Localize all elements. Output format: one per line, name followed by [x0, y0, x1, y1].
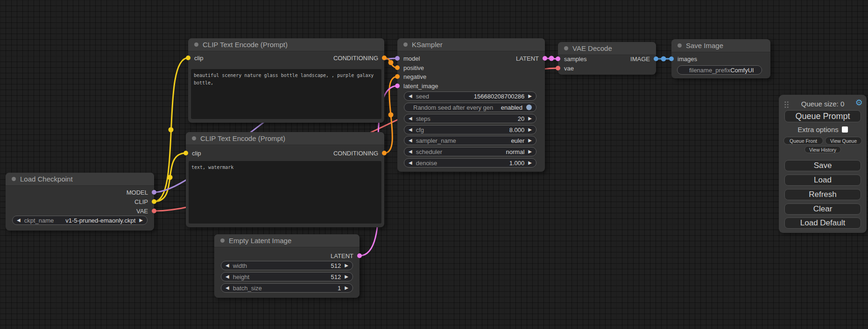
- node-title: VAE Decode: [572, 44, 612, 52]
- widget-filename-prefix[interactable]: filename_prefix ComfyUI: [677, 65, 762, 75]
- port-row: clip CONDITIONING: [188, 53, 384, 63]
- widget-value: 20: [518, 115, 524, 122]
- output-port-conditioning[interactable]: [382, 151, 387, 155]
- queue-prompt-button[interactable]: Queue Prompt: [784, 110, 861, 122]
- input-port-clip[interactable]: [183, 151, 188, 155]
- node-clip-negative-titlebar[interactable]: CLIP Text Encode (Prompt): [186, 132, 384, 145]
- node-collapse-dot[interactable]: [403, 42, 408, 47]
- widget-height[interactable]: ◀ height 512 ▶: [221, 272, 353, 281]
- input-port-clip[interactable]: [186, 56, 191, 60]
- increment-arrow-icon[interactable]: ▶: [528, 161, 532, 165]
- input-port-positive[interactable]: [395, 65, 400, 70]
- widget-steps[interactable]: ◀ steps 20 ▶: [404, 114, 536, 123]
- input-label-latent-image: latent_image: [403, 83, 438, 90]
- node-collapse-dot[interactable]: [192, 136, 196, 140]
- node-collapse-dot[interactable]: [194, 42, 198, 47]
- increment-arrow-icon[interactable]: ▶: [528, 149, 532, 154]
- decrement-arrow-icon[interactable]: ◀: [409, 94, 412, 98]
- node-save-image-titlebar[interactable]: Save Image: [671, 39, 770, 52]
- clear-button[interactable]: Clear: [784, 203, 861, 215]
- input-port-latent-image[interactable]: [395, 84, 400, 88]
- widget-value: 156680208700286: [474, 93, 524, 100]
- increment-arrow-icon[interactable]: ▶: [528, 127, 532, 132]
- node-clip-text-encode-negative: CLIP Text Encode (Prompt) clip CONDITION…: [186, 132, 384, 227]
- view-queue-button[interactable]: View Queue: [825, 137, 862, 145]
- decrement-arrow-icon[interactable]: ◀: [409, 161, 412, 165]
- input-port-images[interactable]: [669, 56, 674, 61]
- output-label-model: MODEL: [127, 189, 148, 196]
- node-ksampler-titlebar[interactable]: KSampler: [397, 38, 545, 51]
- widget-sampler-name[interactable]: ◀ sampler_name euler ▶: [404, 136, 536, 145]
- increment-arrow-icon[interactable]: ▶: [345, 263, 348, 268]
- input-port-model[interactable]: [395, 56, 400, 61]
- node-title: Empty Latent Image: [229, 237, 291, 245]
- widget-label: cfg: [416, 126, 424, 133]
- output-port-image[interactable]: [654, 56, 658, 61]
- increment-arrow-icon[interactable]: ▶: [345, 274, 348, 279]
- decrement-arrow-icon[interactable]: ◀: [17, 218, 21, 223]
- widget-width[interactable]: ◀ width 512 ▶: [221, 261, 353, 270]
- decrement-arrow-icon[interactable]: ◀: [409, 149, 412, 154]
- output-row-latent: LATENT: [214, 251, 360, 260]
- node-load-checkpoint-titlebar[interactable]: Load Checkpoint: [6, 173, 154, 186]
- decrement-arrow-icon[interactable]: ◀: [409, 138, 412, 143]
- view-history-button[interactable]: View History: [804, 146, 841, 153]
- prompt-textarea[interactable]: beautiful scenery nature glass bottle la…: [191, 69, 381, 119]
- widget-scheduler[interactable]: ◀ scheduler normal ▶: [404, 147, 536, 156]
- decrement-arrow-icon[interactable]: ◀: [409, 127, 412, 132]
- input-label-images: images: [677, 56, 697, 63]
- increment-arrow-icon[interactable]: ▶: [528, 116, 532, 121]
- widget-random-seed-toggle[interactable]: Random seed after every gen enabled: [404, 103, 536, 112]
- input-port-vae[interactable]: [556, 66, 560, 70]
- node-collapse-dot[interactable]: [677, 43, 682, 48]
- prompt-textarea[interactable]: text, watermark: [189, 161, 381, 224]
- node-save-image: Save Image images filename_prefix ComfyU…: [671, 39, 770, 78]
- increment-arrow-icon[interactable]: ▶: [528, 138, 532, 143]
- widget-value: 8.000: [509, 126, 525, 133]
- toggle-enabled-icon[interactable]: [526, 105, 532, 110]
- load-button[interactable]: Load: [784, 175, 861, 186]
- widget-ckpt-name[interactable]: ◀ ckpt_name v1-5-pruned-emaonly.ckpt ▶: [12, 216, 148, 225]
- node-collapse-dot[interactable]: [12, 177, 16, 181]
- widget-seed[interactable]: ◀ seed 156680208700286 ▶: [404, 91, 536, 101]
- decrement-arrow-icon[interactable]: ◀: [226, 263, 229, 268]
- increment-arrow-icon[interactable]: ▶: [345, 286, 348, 290]
- save-button[interactable]: Save: [784, 160, 861, 171]
- widget-batch-size[interactable]: ◀ batch_size 1 ▶: [221, 283, 353, 293]
- increment-arrow-icon[interactable]: ▶: [139, 218, 143, 223]
- input-label-model: model: [403, 55, 420, 62]
- widget-cfg[interactable]: ◀ cfg 8.000 ▶: [404, 125, 536, 134]
- decrement-arrow-icon[interactable]: ◀: [409, 116, 412, 121]
- widget-value: euler: [511, 137, 524, 144]
- widget-label: sampler_name: [416, 137, 456, 144]
- node-vae-decode-titlebar[interactable]: VAE Decode: [558, 42, 656, 55]
- output-row-vae: VAE: [6, 206, 154, 216]
- widget-label: batch_size: [233, 285, 262, 292]
- widget-denoise[interactable]: ◀ denoise 1.000 ▶: [404, 158, 536, 168]
- input-port-negative[interactable]: [395, 74, 400, 79]
- output-port-model[interactable]: [152, 190, 156, 195]
- extra-options-checkbox[interactable]: [842, 126, 848, 133]
- widget-label: height: [233, 273, 249, 280]
- port-row-latent-image: latent_image: [397, 81, 545, 91]
- node-collapse-dot[interactable]: [564, 46, 568, 50]
- node-clip-positive-titlebar[interactable]: CLIP Text Encode (Prompt): [188, 38, 384, 51]
- output-port-vae[interactable]: [152, 209, 156, 213]
- refresh-button[interactable]: Refresh: [784, 189, 861, 200]
- node-empty-latent-titlebar[interactable]: Empty Latent Image: [214, 234, 360, 247]
- node-collapse-dot[interactable]: [220, 238, 225, 243]
- decrement-arrow-icon[interactable]: ◀: [226, 274, 229, 279]
- output-port-latent[interactable]: [357, 253, 362, 258]
- increment-arrow-icon[interactable]: ▶: [528, 94, 532, 98]
- input-label-vae: vae: [564, 65, 574, 72]
- gear-icon[interactable]: ⚙: [855, 98, 863, 107]
- decrement-arrow-icon[interactable]: ◀: [226, 286, 229, 290]
- output-port-latent[interactable]: [543, 56, 547, 61]
- input-port-samples[interactable]: [556, 56, 560, 61]
- port-row-images: images: [671, 54, 770, 63]
- output-port-clip[interactable]: [152, 199, 156, 204]
- output-port-conditioning[interactable]: [382, 56, 387, 60]
- widget-label: width: [233, 262, 247, 269]
- queue-front-button[interactable]: Queue Front: [783, 137, 823, 145]
- load-default-button[interactable]: Load Default: [784, 217, 861, 229]
